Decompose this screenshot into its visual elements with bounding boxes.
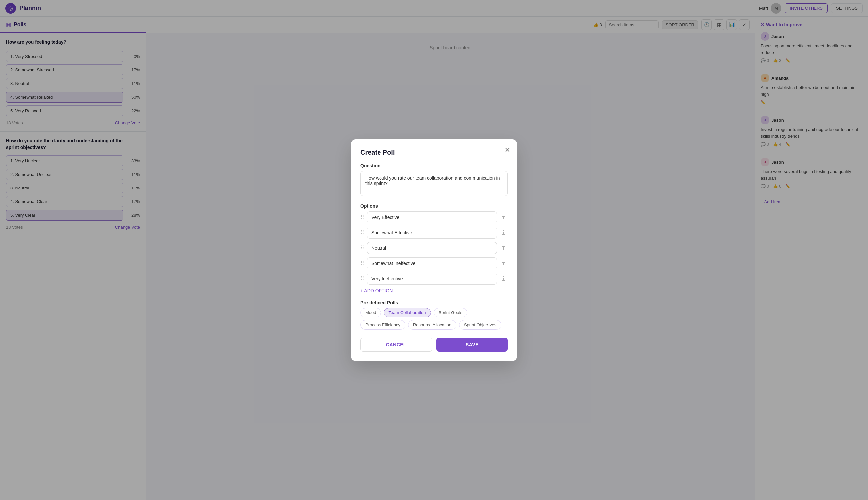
- option-input-5[interactable]: [367, 273, 497, 285]
- drag-handle-2[interactable]: ⠿: [360, 229, 364, 236]
- drag-handle-1[interactable]: ⠿: [360, 214, 364, 220]
- delete-option-4-button[interactable]: 🗑: [500, 259, 508, 268]
- drag-handle-5[interactable]: ⠿: [360, 275, 364, 282]
- option-input-1[interactable]: [367, 212, 497, 224]
- predefined-tags: Mood Team Collaboration Sprint Goals Pro…: [360, 308, 508, 330]
- modal-overlay: Create Poll ✕ Question How would you rat…: [0, 0, 868, 500]
- tag-team-collaboration[interactable]: Team Collaboration: [384, 308, 431, 318]
- drag-handle-3[interactable]: ⠿: [360, 245, 364, 251]
- save-button[interactable]: SAVE: [436, 338, 508, 352]
- delete-option-5-button[interactable]: 🗑: [500, 274, 508, 283]
- option-row-2: ⠿ 🗑: [360, 227, 508, 239]
- option-row-4: ⠿ 🗑: [360, 257, 508, 269]
- option-input-2[interactable]: [367, 227, 497, 239]
- option-row-1: ⠿ 🗑: [360, 212, 508, 224]
- option-input-3[interactable]: [367, 242, 497, 254]
- modal-footer: CANCEL SAVE: [360, 338, 508, 352]
- delete-option-1-button[interactable]: 🗑: [500, 213, 508, 222]
- modal-close-button[interactable]: ✕: [505, 146, 510, 154]
- add-option-button[interactable]: + ADD OPTION: [360, 288, 393, 293]
- tag-resource-allocation[interactable]: Resource Allocation: [408, 320, 456, 330]
- tag-sprint-objectives[interactable]: Sprint Objectives: [459, 320, 501, 330]
- predefined-section: Pre-defined Polls Mood Team Collaboratio…: [360, 300, 508, 330]
- tag-sprint-goals[interactable]: Sprint Goals: [434, 308, 467, 318]
- modal-question-label: Question: [360, 163, 508, 168]
- predefined-label: Pre-defined Polls: [360, 300, 508, 305]
- options-label: Options: [360, 203, 508, 209]
- drag-handle-4[interactable]: ⠿: [360, 260, 364, 266]
- delete-option-3-button[interactable]: 🗑: [500, 244, 508, 252]
- create-poll-modal: Create Poll ✕ Question How would you rat…: [351, 139, 517, 361]
- options-section: Options ⠿ 🗑 ⠿ 🗑 ⠿ 🗑 ⠿ 🗑: [360, 203, 508, 293]
- option-row-5: ⠿ 🗑: [360, 273, 508, 285]
- modal-question-input[interactable]: How would you rate our team collaboratio…: [360, 171, 508, 196]
- tag-mood[interactable]: Mood: [360, 308, 381, 318]
- modal-title: Create Poll: [360, 149, 508, 156]
- tag-process-efficiency[interactable]: Process Efficiency: [360, 320, 405, 330]
- option-input-4[interactable]: [367, 257, 497, 269]
- delete-option-2-button[interactable]: 🗑: [500, 228, 508, 237]
- cancel-button[interactable]: CANCEL: [360, 338, 432, 352]
- option-row-3: ⠿ 🗑: [360, 242, 508, 254]
